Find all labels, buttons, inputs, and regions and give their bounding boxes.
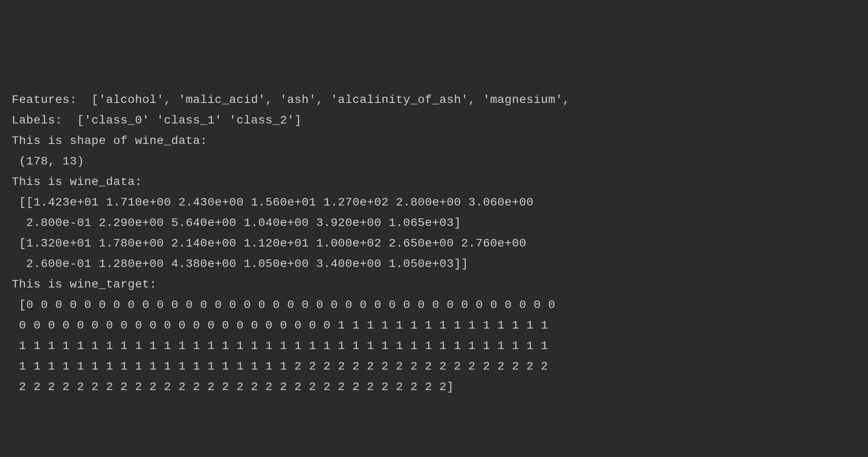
- output-line-winedata-row2a: [1.320e+01 1.780e+00 2.140e+00 1.120e+01…: [12, 233, 856, 254]
- output-line-winetarget-header: This is wine_target:: [12, 274, 856, 295]
- output-line-winedata-row2b: 2.600e-01 1.280e+00 4.380e+00 1.050e+00 …: [12, 254, 856, 274]
- output-line-shape-value: (178, 13): [12, 151, 856, 172]
- output-line-labels: Labels: ['class_0' 'class_1' 'class_2']: [12, 110, 856, 131]
- output-line-winedata-header: This is wine_data:: [12, 172, 856, 192]
- output-line-winetarget-row3: 1 1 1 1 1 1 1 1 1 1 1 1 1 1 1 1 1 1 1 1 …: [12, 336, 856, 356]
- output-line-winedata-row1b: 2.800e-01 2.290e+00 5.640e+00 1.040e+00 …: [12, 213, 856, 233]
- output-line-features: Features: ['alcohol', 'malic_acid', 'ash…: [12, 90, 856, 110]
- output-line-shape-header: This is shape of wine_data:: [12, 131, 856, 151]
- console-output: Features: ['alcohol', 'malic_acid', 'ash…: [12, 90, 856, 397]
- output-line-winetarget-row4: 1 1 1 1 1 1 1 1 1 1 1 1 1 1 1 1 1 1 1 2 …: [12, 356, 856, 377]
- output-line-winetarget-row5: 2 2 2 2 2 2 2 2 2 2 2 2 2 2 2 2 2 2 2 2 …: [12, 377, 856, 397]
- output-line-winedata-row1a: [[1.423e+01 1.710e+00 2.430e+00 1.560e+0…: [12, 192, 856, 213]
- output-line-winetarget-row1: [0 0 0 0 0 0 0 0 0 0 0 0 0 0 0 0 0 0 0 0…: [12, 295, 856, 315]
- output-line-winetarget-row2: 0 0 0 0 0 0 0 0 0 0 0 0 0 0 0 0 0 0 0 0 …: [12, 315, 856, 336]
